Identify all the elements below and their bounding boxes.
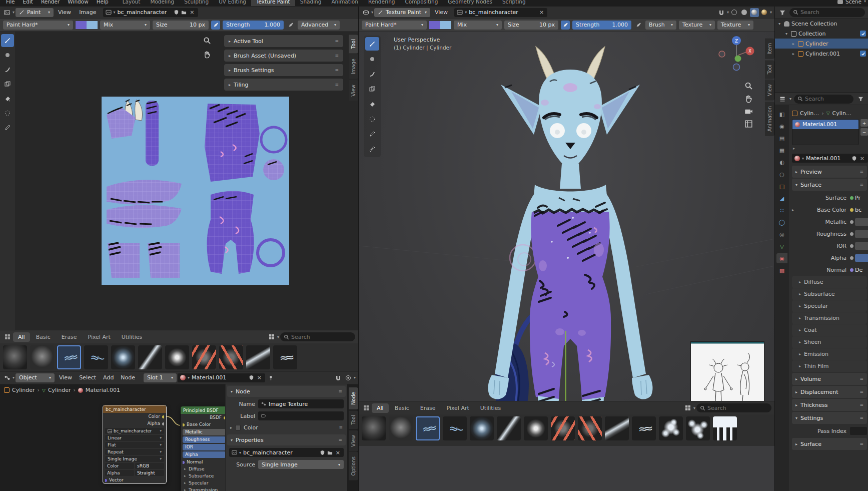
alpha-slider[interactable] <box>850 254 868 262</box>
sidebar-tab[interactable]: Animation <box>765 102 774 136</box>
bsdf-input-row[interactable]: IOR <box>183 444 226 450</box>
principled-bsdf-node[interactable]: Principled BSDF BSDF Base ColorMetallicR… <box>180 406 228 491</box>
collection-checkbox[interactable] <box>860 31 866 37</box>
editor-type-properties-icon[interactable] <box>778 95 787 104</box>
brush-thumbnail[interactable] <box>165 345 189 369</box>
workspace-tab[interactable]: Geometry Nodes <box>443 0 497 6</box>
shader-menu-item[interactable]: View <box>56 374 76 381</box>
node-colorspace-row[interactable]: Color Space sRGB <box>105 463 164 469</box>
shelf-search-input[interactable] <box>707 405 768 411</box>
paint-mode-dropdown[interactable]: Paint <box>16 8 54 17</box>
tab-tool[interactable]: ◧ <box>776 109 787 119</box>
shelf-options-icon[interactable] <box>362 403 371 412</box>
tool-soften[interactable] <box>365 52 379 66</box>
outliner-row-cylinder[interactable]: ▸ Cylinder <box>775 39 868 49</box>
tab-modifiers[interactable]: ◢ <box>776 193 787 203</box>
tool-mask[interactable] <box>365 112 379 126</box>
outliner-row-cylinder-001[interactable]: ▸ Cylinder.001 <box>775 49 868 59</box>
shield-icon[interactable] <box>249 375 254 380</box>
normal-input[interactable]: De <box>850 267 868 273</box>
slot-list-expand[interactable]: ▸ <box>792 145 868 152</box>
shelf-search-input[interactable] <box>291 334 352 340</box>
tab-texture[interactable]: ▩ <box>776 265 787 275</box>
uv-texture-image[interactable] <box>102 97 289 285</box>
secondary-color-swatch[interactable] <box>440 21 451 29</box>
tool-smear[interactable] <box>1 63 14 76</box>
secondary-color-swatch[interactable] <box>87 21 98 29</box>
brush-thumbnail[interactable] <box>30 345 54 369</box>
color-swatches[interactable] <box>429 21 451 29</box>
folder-icon[interactable] <box>327 450 333 455</box>
outliner-search[interactable] <box>789 8 865 17</box>
camera-view-icon[interactable] <box>744 108 753 115</box>
grip-icon[interactable] <box>335 53 339 58</box>
shield-icon[interactable] <box>851 156 857 161</box>
shading-wireframe-icon[interactable] <box>730 8 739 17</box>
brush-thumbnail[interactable] <box>713 416 737 440</box>
material-slot-dropdown[interactable]: Slot 1 <box>144 373 177 382</box>
bsdf-input-row[interactable]: Specular <box>183 480 226 486</box>
brush-thumbnail[interactable] <box>578 416 602 440</box>
snap-magnet-icon[interactable] <box>717 8 726 17</box>
brush-thumbnail[interactable] <box>416 416 440 440</box>
shelf-tab[interactable]: Pixel Art <box>83 332 115 342</box>
filter-icon[interactable] <box>856 95 865 104</box>
display-mode-icon[interactable] <box>683 403 692 412</box>
tab-world[interactable]: ○ <box>776 169 787 179</box>
brush-thumbnail[interactable] <box>497 416 521 440</box>
brush-thumbnail[interactable] <box>219 345 243 369</box>
workspace-tab[interactable]: UV Editing <box>214 0 251 6</box>
shading-solid-icon[interactable] <box>740 8 749 17</box>
topbar-menu-item[interactable]: Edit <box>19 0 37 5</box>
shelf-tab[interactable]: Pixel Art <box>441 403 474 413</box>
panel-preview[interactable]: Preview <box>792 166 867 178</box>
workspace-tab[interactable]: Modeling <box>145 0 179 6</box>
outliner-search-input[interactable] <box>800 9 861 16</box>
shelf-tab[interactable]: Utilities <box>117 332 147 342</box>
blend-mode-dropdown[interactable]: Mix <box>454 21 502 30</box>
topbar-menu-item[interactable]: Help <box>93 0 113 5</box>
overlays-icon[interactable] <box>344 373 353 382</box>
texture-mask-panel-dropdown[interactable]: Texture <box>717 21 753 30</box>
brush-thumbnail[interactable] <box>605 416 629 440</box>
folder-icon[interactable] <box>181 10 187 15</box>
unlink-image-button[interactable] <box>538 9 545 16</box>
brush-thumbnail[interactable] <box>3 345 27 369</box>
navigation-gizmo[interactable]: X Z <box>716 34 756 74</box>
workspace-tab[interactable]: Scripting <box>497 0 531 6</box>
tab-render[interactable]: ◉ <box>776 121 787 131</box>
tab-object-data[interactable]: ▽ <box>776 241 787 251</box>
brush-thumbnail[interactable] <box>246 345 270 369</box>
panel-surface[interactable]: Surface <box>792 179 867 191</box>
shelf-tab[interactable]: Utilities <box>475 403 506 413</box>
tab-output[interactable]: ▤ <box>776 133 787 143</box>
brush-thumbnail[interactable] <box>362 416 386 440</box>
bsdf-input-row[interactable]: Diffuse <box>183 466 226 472</box>
panel-header[interactable]: Brush Asset (Unsaved) <box>224 50 343 62</box>
ior-slider[interactable] <box>850 242 868 250</box>
sidebar-tab[interactable]: Image <box>349 54 358 79</box>
sidebar-tab[interactable]: Tool <box>349 410 358 429</box>
brush-thumbnail[interactable] <box>111 345 135 369</box>
menu-view[interactable]: View <box>431 9 451 16</box>
node-title[interactable]: Principled BSDF <box>181 406 228 414</box>
advanced-dropdown[interactable]: Advanced <box>298 21 340 30</box>
subpanel-header[interactable]: Coat <box>792 324 867 336</box>
panel-header[interactable]: Displacement <box>792 386 867 398</box>
tab-object[interactable]: □ <box>776 181 787 191</box>
sidebar-tab[interactable]: Item <box>765 39 774 59</box>
brush-thumbnail[interactable] <box>686 416 710 440</box>
surface-shader-selector[interactable]: Pr <box>850 195 868 201</box>
tool-fill[interactable] <box>1 92 14 105</box>
tool-draw[interactable] <box>1 34 14 47</box>
shading-rendered-icon[interactable] <box>760 8 769 17</box>
size-pressure-toggle[interactable] <box>211 21 220 30</box>
menu-view[interactable]: View <box>55 9 75 16</box>
bsdf-input-row[interactable]: Alpha <box>183 451 226 458</box>
node-image-selector[interactable]: bc_maincharacter <box>105 428 164 434</box>
sidebar-tab[interactable]: View <box>349 80 358 101</box>
panel-header[interactable]: Tiling <box>224 79 343 91</box>
mode-dropdown[interactable]: Texture Paint <box>374 8 430 17</box>
source-dropdown[interactable]: Single Image <box>258 460 344 469</box>
tab-view-layer[interactable]: ▦ <box>776 145 787 155</box>
